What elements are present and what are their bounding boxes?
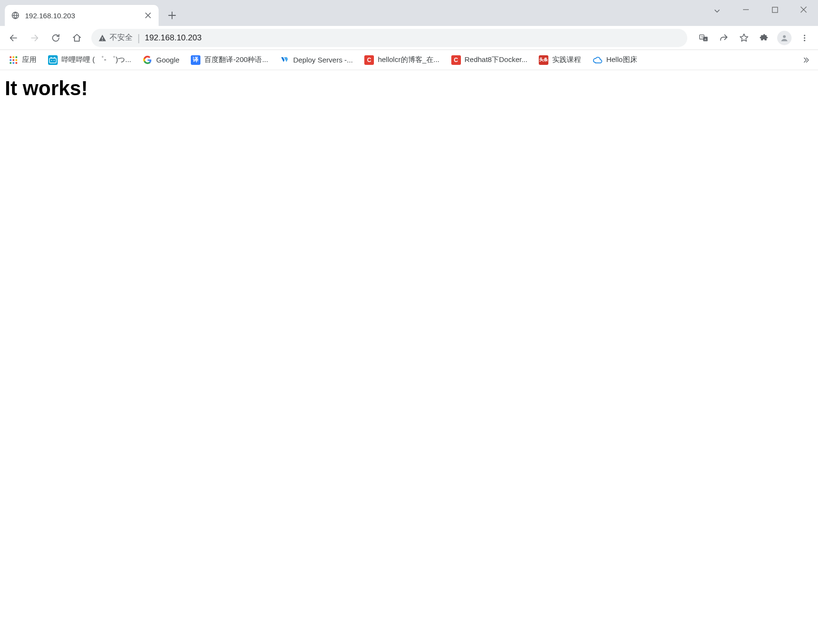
bookmark-label: 应用: [22, 55, 37, 64]
tab-strip: 192.168.10.203: [0, 0, 181, 26]
svg-point-17: [15, 59, 17, 61]
svg-rect-2: [102, 37, 103, 39]
svg-rect-1: [772, 7, 778, 12]
warning-icon: [98, 34, 107, 42]
close-icon: [800, 6, 807, 13]
svg-point-16: [12, 59, 14, 61]
minimize-icon: [743, 6, 749, 13]
svg-point-14: [15, 56, 17, 58]
svg-text:A: A: [705, 37, 706, 40]
svg-point-22: [51, 60, 52, 61]
toolbar: 不安全 | 192.168.10.203 文A: [0, 26, 818, 50]
reload-button[interactable]: [46, 28, 65, 48]
menu-button[interactable]: [795, 28, 814, 48]
bookmark-label: 哔哩哔哩 ( ゜- ゜)つ...: [62, 55, 131, 64]
forward-button[interactable]: [25, 28, 44, 48]
chevron-right-double-icon: [802, 56, 810, 64]
translate-button[interactable]: 文A: [694, 28, 713, 48]
home-icon: [72, 33, 82, 43]
svg-rect-3: [102, 39, 103, 40]
svg-rect-21: [50, 58, 56, 63]
titlebar: 192.168.10.203: [0, 0, 818, 26]
maximize-button[interactable]: [760, 0, 789, 19]
bookmark-item[interactable]: C Redhat8下Docker...: [447, 53, 532, 67]
home-button[interactable]: [67, 28, 87, 48]
reload-icon: [51, 33, 61, 43]
arrow-left-icon: [9, 33, 18, 43]
bookmark-label: 实践课程: [552, 55, 581, 64]
browser-tab[interactable]: 192.168.10.203: [5, 5, 159, 26]
bookmark-label: hellolcr的博客_在...: [378, 55, 439, 64]
plus-icon: [168, 12, 176, 19]
cloud-icon: [593, 55, 602, 65]
back-button[interactable]: [4, 28, 23, 48]
bookmark-item[interactable]: Google: [139, 53, 183, 67]
puzzle-icon: [759, 33, 769, 43]
security-indicator[interactable]: 不安全: [98, 33, 133, 43]
csdn-icon: C: [364, 55, 374, 65]
share-button[interactable]: [714, 28, 733, 48]
svg-text:文: 文: [701, 35, 704, 38]
minimize-button[interactable]: [731, 0, 760, 19]
security-label: 不安全: [110, 33, 133, 43]
window-controls: [731, 0, 818, 19]
svg-point-15: [10, 59, 12, 61]
avatar-icon: [777, 31, 792, 45]
csdn-icon: C: [451, 55, 461, 65]
svg-point-11: [804, 39, 806, 41]
bookmark-button[interactable]: [734, 28, 754, 48]
toolbar-right: 文A: [694, 28, 814, 48]
bookmark-item[interactable]: 译 百度翻译-200种语...: [187, 53, 272, 67]
toutiao-icon: 头条: [539, 55, 548, 65]
bookmark-item[interactable]: Deploy Servers -...: [276, 53, 357, 67]
tab-search-button[interactable]: [707, 4, 727, 18]
kebab-icon: [800, 34, 809, 42]
apps-shortcut[interactable]: 应用: [5, 53, 40, 67]
tab-close-button[interactable]: [143, 11, 153, 20]
new-tab-button[interactable]: [163, 7, 181, 24]
svg-point-13: [12, 56, 14, 58]
apps-icon: [9, 55, 18, 65]
tab-title: 192.168.10.203: [25, 12, 138, 20]
close-window-button[interactable]: [789, 0, 818, 19]
svg-point-9: [804, 35, 806, 36]
share-icon: [719, 33, 729, 43]
bookmarks-overflow-button[interactable]: [799, 56, 813, 64]
translate-icon: 文A: [699, 33, 708, 43]
arrow-right-icon: [30, 33, 39, 43]
svg-point-10: [804, 37, 806, 38]
url-text: 192.168.10.203: [145, 33, 681, 43]
star-icon: [739, 33, 749, 43]
separator: |: [137, 33, 140, 43]
bookmark-label: Google: [156, 56, 179, 64]
svg-point-23: [54, 60, 55, 61]
bookmark-label: 百度翻译-200种语...: [204, 55, 268, 64]
bookmark-label: Redhat8下Docker...: [465, 55, 528, 64]
vultr-icon: [280, 55, 289, 65]
globe-icon: [11, 11, 20, 20]
bookmark-item[interactable]: 哔哩哔哩 ( ゜- ゜)つ...: [44, 53, 135, 67]
baidu-translate-icon: 译: [191, 55, 200, 65]
bookmark-item[interactable]: C hellolcr的博客_在...: [360, 53, 443, 67]
page-heading: It works!: [5, 77, 813, 100]
svg-point-18: [10, 62, 12, 64]
chevron-down-icon: [713, 7, 721, 15]
page-content: It works!: [0, 70, 818, 107]
svg-point-19: [12, 62, 14, 64]
close-icon: [145, 12, 151, 18]
bilibili-icon: [48, 55, 58, 65]
extensions-button[interactable]: [755, 28, 774, 48]
bookmark-label: Hello图床: [606, 55, 637, 64]
bookmarks-bar: 应用 哔哩哔哩 ( ゜- ゜)つ... Google 译 百度翻译-200种语.…: [0, 50, 818, 70]
profile-button[interactable]: [775, 28, 794, 48]
svg-point-8: [783, 35, 786, 38]
address-bar[interactable]: 不安全 | 192.168.10.203: [91, 29, 687, 47]
google-icon: [143, 55, 152, 65]
svg-point-20: [15, 62, 17, 64]
bookmark-label: Deploy Servers -...: [293, 56, 353, 64]
maximize-icon: [772, 7, 778, 13]
bookmark-item[interactable]: Hello图床: [589, 53, 641, 67]
bookmark-item[interactable]: 头条 实践课程: [535, 53, 585, 67]
svg-point-12: [10, 56, 12, 58]
